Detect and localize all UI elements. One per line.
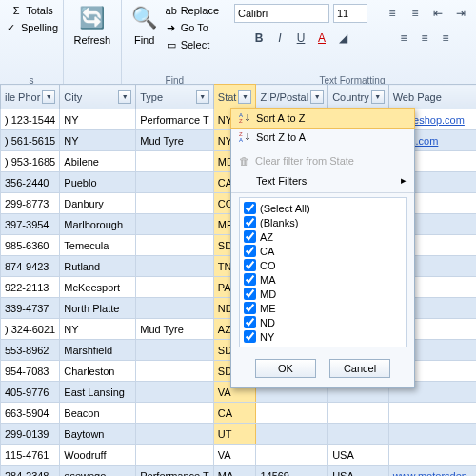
refresh-icon: 🔄 (79, 5, 106, 31)
cursor-icon: ▭ (165, 38, 178, 51)
replace-icon: ab (165, 4, 178, 17)
clear-filter-button: 🗑 Clear filter from State (231, 151, 414, 170)
text-filters-button[interactable]: Text Filters ▸ (231, 170, 414, 190)
table-row[interactable]: 663-5904BeaconCA (1, 403, 477, 424)
sort-az-icon: AZ (239, 112, 250, 124)
checkbox[interactable] (244, 273, 256, 286)
checkbox[interactable] (244, 230, 256, 243)
filter-check-item[interactable]: ME (242, 301, 404, 315)
column-header-state[interactable]: Stat▼ (213, 85, 256, 109)
column-header-country[interactable]: Country▼ (328, 85, 389, 109)
column-header-city[interactable]: City▼ (60, 85, 136, 109)
goto-button[interactable]: ➜Go To (162, 19, 222, 36)
checkbox[interactable] (244, 330, 256, 343)
indent-inc-icon[interactable]: ⇥ (451, 4, 470, 23)
align-right-button[interactable]: ≡ (436, 29, 455, 48)
column-header-zip[interactable]: ZIP/Postal▼ (256, 85, 328, 109)
spelling-button[interactable]: ✓Spelling (2, 19, 61, 36)
filter-checklist[interactable]: (Select All)(Blanks)AZCACOMAMDMENDNY (239, 197, 407, 347)
search-icon: 🔍 (131, 5, 158, 31)
list-bullets-icon[interactable]: ≡ (383, 4, 402, 23)
svg-text:A: A (239, 137, 243, 143)
filter-check-item[interactable]: NY (242, 329, 404, 344)
filter-check-item[interactable]: CO (242, 258, 404, 272)
totals-button[interactable]: ΣTotals (7, 2, 56, 19)
filter-check-item[interactable]: CA (242, 244, 404, 258)
table-row[interactable]: 299-0139BaytownUT (1, 424, 477, 445)
checkbox[interactable] (244, 288, 256, 300)
filter-check-item[interactable]: MA (242, 272, 404, 287)
filter-check-item[interactable]: AZ (242, 229, 404, 244)
indent-dec-icon[interactable]: ⇤ (428, 4, 447, 23)
spellcheck-icon: ✓ (5, 21, 18, 34)
filter-dropdown-icon[interactable]: ▼ (42, 90, 55, 104)
filter-check-item[interactable]: MD (242, 287, 404, 301)
replace-button[interactable]: abReplace (162, 2, 222, 19)
font-color-button[interactable]: A (312, 29, 331, 48)
sort-za-icon: ZA (239, 131, 250, 143)
column-header-type[interactable]: Type▼ (136, 85, 214, 109)
sort-za-button[interactable]: ZA Sort Z to A (231, 128, 414, 147)
checkbox[interactable] (244, 202, 256, 214)
bold-button[interactable]: B (249, 29, 268, 48)
filter-dropdown-icon[interactable]: ▼ (238, 90, 251, 104)
filter-dropdown-icon[interactable]: ▼ (196, 90, 209, 104)
checkbox[interactable] (244, 259, 256, 271)
column-header-phone[interactable]: ile Phor▼ (1, 85, 60, 109)
fill-color-button[interactable]: ◢ (333, 29, 352, 48)
svg-text:Z: Z (239, 118, 243, 124)
refresh-button[interactable]: 🔄Refresh (70, 2, 115, 49)
checkbox[interactable] (244, 316, 256, 328)
web-link[interactable]: www.motorsden (393, 470, 467, 477)
align-center-button[interactable]: ≡ (415, 29, 434, 48)
sigma-icon: Σ (10, 4, 23, 17)
filter-dropdown: AZ Sort A to Z ZA Sort Z to A 🗑 Clear fi… (230, 108, 415, 388)
sort-az-button[interactable]: AZ Sort A to Z (230, 108, 415, 129)
filter-check-item[interactable]: ND (242, 315, 404, 329)
checkbox[interactable] (244, 245, 256, 257)
italic-button[interactable]: I (270, 29, 289, 48)
table-row[interactable]: 115-4761WoodruffVAUSA (1, 445, 477, 466)
filter-check-item[interactable]: (Select All) (242, 201, 404, 215)
table-row[interactable]: 284-2348osewegoPerformance TMA14569USAww… (1, 466, 477, 477)
list-numbered-icon[interactable]: ≡ (406, 4, 425, 23)
filter-dropdown-icon[interactable]: ▼ (310, 90, 324, 104)
ok-button[interactable]: OK (255, 359, 316, 378)
filter-check-item[interactable]: (Blanks) (242, 215, 404, 229)
checkbox[interactable] (244, 302, 256, 314)
clear-filter-icon: 🗑 (239, 155, 249, 167)
find-button[interactable]: 🔍Find (128, 2, 162, 53)
checkbox[interactable] (244, 216, 256, 228)
align-left-button[interactable]: ≡ (394, 29, 413, 48)
font-family-select[interactable]: Calibri (234, 4, 329, 23)
arrow-right-icon: ➜ (165, 21, 178, 34)
cancel-button[interactable]: Cancel (329, 359, 390, 378)
underline-button[interactable]: U (291, 29, 310, 48)
chevron-right-icon: ▸ (401, 174, 407, 187)
select-button[interactable]: ▭Select (162, 36, 222, 53)
filter-dropdown-icon[interactable]: ▼ (118, 90, 131, 104)
column-header-web[interactable]: Web Page▼ (388, 85, 476, 109)
filter-dropdown-icon[interactable]: ▼ (371, 90, 385, 104)
font-size-select[interactable]: 11 (333, 4, 367, 23)
